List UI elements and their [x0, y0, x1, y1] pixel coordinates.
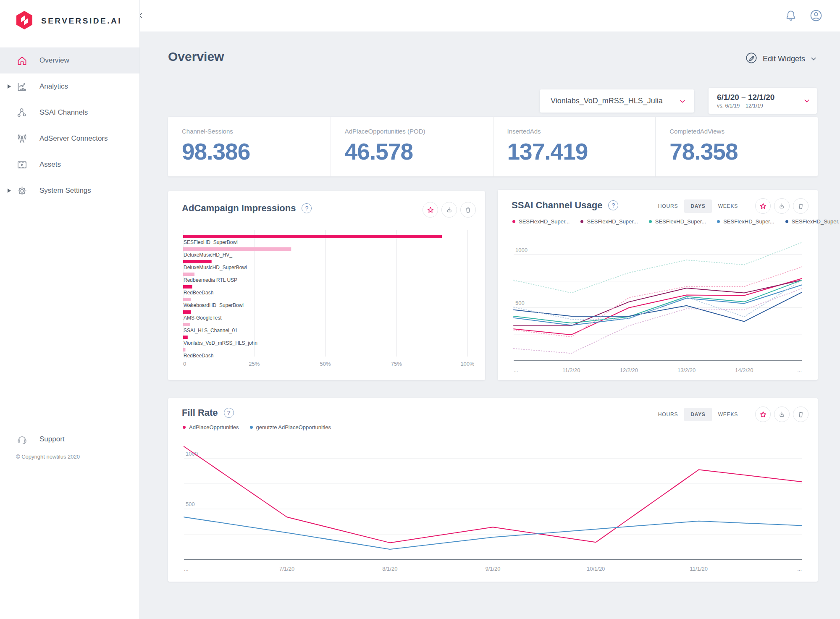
- tab-days[interactable]: DAYS: [684, 199, 711, 213]
- caret-right-icon[interactable]: [8, 84, 11, 89]
- legend-item: genutzte AdPlaceOpportunities: [250, 424, 331, 430]
- delete-trash-button[interactable]: [460, 202, 476, 218]
- caret-right-icon[interactable]: [8, 189, 11, 193]
- sidebar-item-analytics[interactable]: Analytics: [0, 73, 139, 100]
- svg-text:25%: 25%: [249, 361, 260, 367]
- favorite-star-button[interactable]: [755, 407, 771, 422]
- sidebar-item-overview[interactable]: Overview: [0, 47, 139, 73]
- page-title: Overview: [168, 50, 224, 64]
- brand-logo-icon: [14, 10, 34, 32]
- svg-text:...: ...: [514, 367, 518, 373]
- svg-text:8/1/20: 8/1/20: [382, 566, 397, 572]
- delete-trash-button[interactable]: [793, 407, 808, 422]
- main-content: Overview Edit Widgets Vionlabs_VoD_mRSS_…: [140, 31, 840, 619]
- kpi-channel-sessions: Channel-Sessions 98.386: [168, 117, 331, 176]
- tab-hours[interactable]: HOURS: [652, 408, 684, 421]
- legend-dot-icon: [250, 426, 253, 429]
- svg-text:DeluxeMusicHD_SuperBowl: DeluxeMusicHD_SuperBowl: [184, 265, 247, 270]
- date-range-value: 6/1/20 – 12/1/20: [717, 93, 774, 102]
- brand-name: SERVERSIDE.AI: [41, 16, 122, 26]
- sidebar-item-label: Overview: [39, 56, 69, 65]
- support-label: Support: [39, 435, 65, 443]
- svg-text:...: ...: [797, 566, 802, 572]
- gear-icon: [16, 185, 28, 197]
- kpi-value: 137.419: [507, 138, 656, 165]
- film-icon: [16, 159, 28, 170]
- svg-text:SESFlexHD_SuperBowl_: SESFlexHD_SuperBowl_: [184, 239, 241, 245]
- panel-title: Fill Rate: [182, 407, 218, 418]
- legend-item: SESFlexHD_Super...: [580, 218, 638, 225]
- svg-text:Redbeemedia RTL USP: Redbeemedia RTL USP: [184, 277, 237, 283]
- sidebar-item-label: System Settings: [39, 186, 91, 195]
- download-button[interactable]: [774, 198, 790, 214]
- kpi-label: Channel-Sessions: [182, 128, 331, 135]
- kpi-label: InsertedAds: [507, 128, 656, 135]
- notifications-bell-icon[interactable]: [784, 8, 798, 23]
- svg-text:DeluxeMusicHD_HV_: DeluxeMusicHD_HV_: [184, 252, 232, 258]
- edit-widgets-button[interactable]: Edit Widgets: [745, 52, 817, 66]
- topbar: [140, 0, 840, 31]
- edit-widgets-label: Edit Widgets: [763, 55, 805, 63]
- svg-text:9/1/20: 9/1/20: [485, 566, 500, 572]
- kpi-adplace-opportunities: AdPlaceOpportunities (POD) 46.578: [331, 117, 493, 176]
- svg-text:WakeboardHD_SuperBowl_: WakeboardHD_SuperBowl_: [184, 302, 247, 308]
- help-icon[interactable]: ?: [224, 408, 234, 418]
- date-range-select[interactable]: 6/1/20 – 12/1/20 vs. 6/1/19 – 12/1/19: [709, 88, 817, 114]
- sidebar-item-label: AdServer Connectors: [39, 134, 108, 143]
- ssai-line-chart: 5001000...11/2/2012/2/2013/2/2014/2/20..…: [510, 232, 805, 377]
- download-button[interactable]: [441, 202, 457, 218]
- kpi-value: 46.578: [345, 138, 493, 165]
- delete-trash-button[interactable]: [793, 198, 808, 214]
- analytics-icon: [16, 81, 28, 92]
- favorite-star-button[interactable]: [423, 202, 438, 218]
- network-icon: [16, 107, 28, 118]
- kpi-label: AdPlaceOpportunities (POD): [345, 128, 493, 135]
- tab-weeks[interactable]: WEEKS: [712, 408, 744, 421]
- help-icon[interactable]: ?: [608, 200, 618, 210]
- svg-text:11/2/20: 11/2/20: [562, 367, 580, 373]
- kpi-label: CompletedAdViews: [669, 128, 818, 135]
- svg-text:11/1/20: 11/1/20: [690, 566, 708, 572]
- favorite-star-button[interactable]: [755, 198, 771, 214]
- sidebar-item-ssai-channels[interactable]: SSAI Channels: [0, 100, 139, 126]
- sidebar-item-label: Analytics: [39, 82, 68, 91]
- tab-weeks[interactable]: WEEKS: [712, 199, 744, 213]
- legend-dot-icon: [183, 426, 186, 429]
- svg-text:50%: 50%: [320, 361, 331, 367]
- legend-item: SESFlexHD_Super...: [512, 218, 570, 225]
- legend-dot-icon: [580, 220, 583, 223]
- svg-text:100%: 100%: [460, 361, 474, 367]
- sidebar-item-assets[interactable]: Assets: [0, 152, 139, 178]
- panel-title: AdCampaign Impressions: [182, 203, 296, 214]
- svg-text:AMS-GoogleTest: AMS-GoogleTest: [184, 315, 222, 321]
- sidebar-item-label: Assets: [39, 160, 61, 169]
- chevron-down-icon: [679, 98, 686, 105]
- chevron-down-icon: [810, 55, 817, 62]
- svg-text:RedBeeDash: RedBeeDash: [184, 353, 213, 359]
- legend-item: AdPlaceOpprtunities: [183, 424, 239, 430]
- antenna-icon: [16, 133, 28, 144]
- channel-select[interactable]: Vionlabs_VoD_mRSS_HLS_Julia: [540, 89, 694, 113]
- legend-item: SESFlexHD_Super...: [785, 218, 840, 225]
- svg-text:500: 500: [515, 300, 525, 306]
- sidebar: SERVERSIDE.AI Overview Analytics: [0, 0, 140, 619]
- svg-text:Vionlabs_VoD_mRSS_HLS_john: Vionlabs_VoD_mRSS_HLS_john: [184, 340, 257, 346]
- sidebar-item-system-settings[interactable]: System Settings: [0, 178, 139, 204]
- headset-icon: [16, 433, 28, 445]
- svg-text:0: 0: [183, 361, 186, 367]
- brand: SERVERSIDE.AI: [0, 0, 139, 32]
- tab-days[interactable]: DAYS: [684, 408, 711, 421]
- channel-select-value: Vionlabs_VoD_mRSS_HLS_Julia: [551, 97, 663, 105]
- user-avatar-icon[interactable]: [809, 8, 823, 23]
- edit-pencil-icon: [745, 52, 758, 66]
- help-icon[interactable]: ?: [302, 203, 312, 213]
- fillrate-legend: AdPlaceOpprtunitiesgenutzte AdPlaceOppor…: [183, 424, 331, 430]
- ssai-channel-usage-panel: SSAI Channel Usage ? HOURS DAYS WEEKS SE…: [498, 190, 818, 380]
- sidebar-item-adserver-connectors[interactable]: AdServer Connectors: [0, 126, 139, 152]
- kpi-value: 78.358: [669, 138, 818, 165]
- kpi-completed-ad-views: CompletedAdViews 78.358: [655, 117, 818, 176]
- tab-hours[interactable]: HOURS: [652, 199, 684, 213]
- sidebar-item-support[interactable]: Support: [0, 431, 139, 448]
- legend-dot-icon: [512, 220, 515, 223]
- download-button[interactable]: [774, 407, 790, 422]
